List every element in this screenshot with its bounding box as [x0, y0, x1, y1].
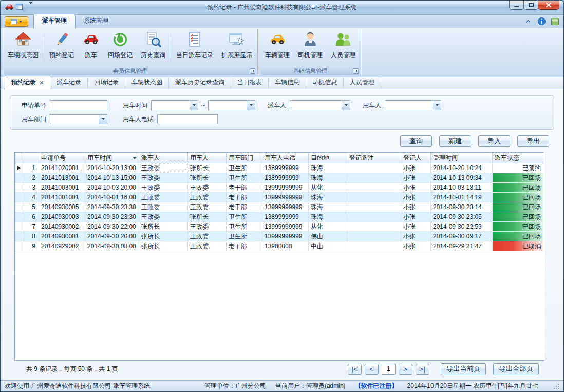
cell-department[interactable]: 老干部	[227, 241, 262, 251]
cell-use-time[interactable]: 2014-09-30 08:00	[85, 241, 139, 251]
cell-accept-time[interactable]: 2014-10-03 18:11	[431, 183, 493, 192]
cell-order-no[interactable]: 20140929002	[39, 241, 85, 251]
ribbon-button-today-dispatch-records[interactable]: 当日派车记录	[172, 29, 217, 67]
ribbon-button-extended-screen[interactable]: 扩展屏显示	[217, 29, 256, 67]
cell-dispatcher[interactable]: 王政委	[139, 183, 188, 192]
header-user[interactable]: 用车人	[188, 153, 227, 163]
tab-dispatch-history-query[interactable]: 派车历史记录查询	[169, 76, 231, 89]
cell-order-no[interactable]: 20141001001	[39, 193, 85, 202]
cell-user[interactable]: 张所长	[188, 212, 227, 221]
cell-dispatch-status[interactable]: 已回场	[493, 173, 544, 182]
tab-dispatch-records[interactable]: 派车记录	[50, 76, 88, 89]
cell-destination[interactable]: 珠海	[309, 212, 347, 221]
cell-dispatcher[interactable]: 王政委	[139, 202, 188, 212]
import-button[interactable]: 导入	[478, 135, 510, 147]
ribbon-button-return-registration[interactable]: 回场登记	[104, 29, 137, 67]
tab-reservation-records[interactable]: 预约记录	[5, 76, 50, 89]
cell-destination[interactable]: 从化	[309, 183, 347, 192]
cell-accept-time[interactable]: 2014-09-30 22:59	[431, 222, 493, 231]
cell-remark[interactable]	[347, 232, 401, 241]
first-page-button[interactable]: |<	[348, 364, 362, 375]
cell-department[interactable]: 老干部	[227, 202, 262, 212]
export-button[interactable]: 导出	[517, 135, 549, 147]
header-dispatcher[interactable]: 派车人	[139, 153, 188, 163]
cell-dispatch-status[interactable]: 已回场	[493, 222, 544, 231]
cell-dispatcher[interactable]: 王政委	[139, 193, 188, 202]
cell-order-no[interactable]: 20140930002	[39, 222, 85, 231]
cell-order-no[interactable]: 20141003001	[39, 183, 85, 192]
cell-phone[interactable]: 1389999999	[262, 212, 309, 221]
cell-dispatch-status[interactable]: 已预约	[493, 163, 544, 173]
last-page-button[interactable]: >|	[416, 364, 429, 375]
cell-dispatch-status[interactable]: 已回场	[493, 232, 544, 241]
cell-registrar[interactable]: 小张	[401, 212, 431, 221]
table-row[interactable]: 3201410030012014-10-03 20:00王政委王政委老干部139…	[15, 183, 544, 193]
cell-department[interactable]: 卫生所	[227, 222, 262, 231]
cell-destination[interactable]: 中山	[309, 241, 347, 251]
cell-phone[interactable]: 1389999999	[262, 173, 309, 182]
cell-phone[interactable]: 13999999999	[262, 202, 309, 212]
skin-selector-icon[interactable]	[550, 17, 559, 26]
tab-personnel-management[interactable]: 人员管理	[344, 76, 381, 89]
cell-remark[interactable]	[347, 183, 401, 192]
header-accept-time[interactable]: 受理时间	[431, 153, 493, 163]
cell-dispatcher[interactable]: 张所长	[139, 222, 188, 231]
tab-daily-report[interactable]: 当日报表	[231, 76, 269, 89]
header-order-no[interactable]: 申请单号	[39, 153, 85, 163]
cell-use-time[interactable]: 2014-10-03 20:00	[85, 183, 139, 192]
chevron-down-icon[interactable]	[99, 115, 107, 124]
table-row[interactable]: 4201410010012014-10-01 16:00王政委王政委老干部139…	[15, 193, 544, 202]
cell-accept-time[interactable]: 2014-09-30 09:17	[431, 232, 493, 241]
cell-remark[interactable]	[347, 163, 401, 173]
cell-accept-time[interactable]: 2014-10-01 14:19	[431, 193, 493, 202]
page-number-input[interactable]	[382, 364, 396, 375]
cell-department[interactable]: 老干部	[227, 193, 262, 202]
chevron-down-icon[interactable]	[247, 101, 255, 110]
cell-remark[interactable]	[347, 202, 401, 212]
table-row[interactable]: 7201409300022014-09-30 22:00张所长王政委卫生所139…	[15, 222, 544, 232]
cell-order-no[interactable]: 20140930001	[39, 232, 85, 241]
dialog-launcher-icon[interactable]	[353, 68, 359, 74]
cell-registrar[interactable]: 小张	[401, 173, 431, 182]
cell-remark[interactable]	[347, 241, 401, 251]
cell-department[interactable]: 卫生所	[227, 163, 262, 173]
cell-remark[interactable]	[347, 222, 401, 231]
table-row[interactable]: 6201409300032014-09-30 23:30王政委张所长卫生所138…	[15, 212, 544, 222]
cell-phone[interactable]: 13999999999	[262, 222, 309, 231]
cell-user[interactable]: 王政委	[188, 222, 227, 231]
cell-department[interactable]: 卫生所	[227, 173, 262, 182]
minimize-button[interactable]	[509, 1, 524, 10]
cell-remark[interactable]	[347, 193, 401, 202]
cell-accept-time[interactable]: 2014-09-30 23:14	[431, 202, 493, 212]
cell-accept-time[interactable]: 2014-09-30 23:05	[431, 212, 493, 221]
cell-user[interactable]: 张所长	[188, 173, 227, 182]
ribbon-button-personnel-management[interactable]: 人员管理	[327, 29, 360, 67]
tab-driver-info[interactable]: 司机信息	[306, 76, 344, 89]
cell-registrar[interactable]: 小张	[401, 183, 431, 192]
application-menu-button[interactable]	[5, 16, 28, 27]
cell-user[interactable]: 张所长	[188, 163, 227, 173]
query-button[interactable]: 查询	[400, 135, 432, 147]
cell-user[interactable]: 王政委	[188, 183, 227, 192]
cell-use-time[interactable]: 2014-09-30 22:00	[85, 222, 139, 231]
cell-destination[interactable]: 从化	[309, 222, 347, 231]
cell-phone[interactable]: 1389999999	[262, 163, 309, 173]
cell-remark[interactable]	[347, 173, 401, 182]
cell-dispatch-status[interactable]: 已回场	[493, 193, 544, 202]
table-row[interactable]: 2201410130012014-10-13 15:00王政委张所长卫生所138…	[15, 173, 544, 183]
cell-dispatcher[interactable]: 王政委	[139, 212, 188, 221]
cell-order-no[interactable]: 20141013001	[39, 173, 85, 182]
ribbon-tab-system[interactable]: 系统管理	[76, 14, 117, 28]
cell-order-no[interactable]: 20140930005	[39, 202, 85, 212]
cell-use-time[interactable]: 2014-10-13 15:00	[85, 173, 139, 182]
ribbon-collapse-icon[interactable]	[523, 17, 533, 26]
ribbon-button-reservation[interactable]: 预约登记	[45, 29, 78, 67]
tab-return-records[interactable]: 回场记录	[88, 76, 125, 89]
maximize-button[interactable]	[523, 1, 538, 10]
export-current-page-button[interactable]: 导出当前页	[441, 363, 486, 375]
prev-page-button[interactable]: <	[365, 364, 379, 375]
cell-user[interactable]: 王政委	[188, 241, 227, 251]
layout-icon[interactable]	[16, 4, 23, 11]
ribbon-button-history-query[interactable]: 历史查询	[137, 29, 170, 67]
cell-dispatcher[interactable]: 张所长	[139, 241, 188, 251]
